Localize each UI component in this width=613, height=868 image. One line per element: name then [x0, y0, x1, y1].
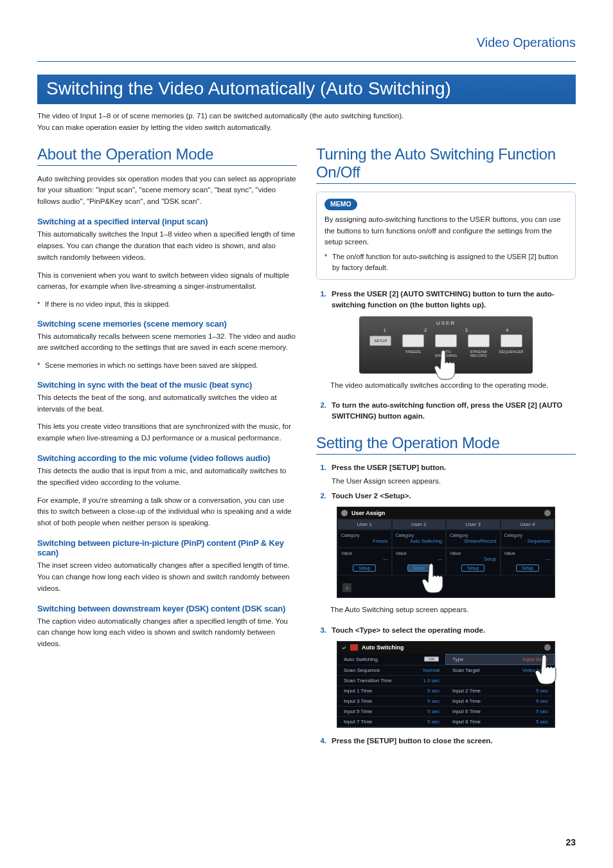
scene-memory-p1: This automatically recalls between scene…: [37, 331, 297, 354]
close-icon[interactable]: [544, 510, 551, 516]
setting-cell[interactable]: Input 8 Time5 sec: [446, 717, 555, 727]
step-text: Press the USER [2] (AUTO SWITCHING) butt…: [332, 290, 555, 309]
onoff-caption: The video automatically switches accordi…: [330, 380, 576, 391]
category-value: Sequencer: [504, 538, 551, 544]
setting-cell[interactable]: Scan Transition Time1.0 sec: [337, 676, 446, 685]
value-label: Value: [341, 551, 388, 556]
memo-text: By assigning auto-switching functions to…: [324, 214, 567, 248]
value-value: Setup: [450, 556, 497, 562]
value-label: Value: [450, 551, 497, 556]
step-number: 1.: [316, 289, 326, 311]
intro-text: The video of Input 1–8 or of scene memor…: [37, 111, 576, 134]
close-icon[interactable]: [544, 644, 551, 651]
user-num-2: 2: [413, 327, 438, 333]
input-scan-note: If there is no video input, this is skip…: [37, 299, 297, 310]
gear-icon: [341, 510, 348, 516]
about-mode-heading: About the Operation Mode: [37, 145, 297, 166]
user-assign-caption: The Auto Switching setup screen appears.: [330, 604, 576, 615]
auto-switching-icon: [350, 644, 358, 651]
dsk-p1: The caption video automatically changes …: [37, 616, 297, 650]
user-btn-label-3: STREAM/ RECORD: [466, 350, 492, 358]
user-button-2[interactable]: [435, 334, 457, 347]
beat-sync-p1: This detects the beat of the song, and a…: [37, 392, 297, 415]
category-value: Auto Switching: [396, 538, 443, 544]
user-btn-label-1: FREEZE: [400, 350, 426, 358]
vfa-heading: Switching according to the mic volume (v…: [37, 453, 297, 463]
step-text: To turn the auto-switching function off,…: [332, 401, 562, 420]
memo-box: MEMO By assigning auto-switching functio…: [316, 192, 576, 280]
step-text: Touch User 2 <Setup>.: [332, 492, 411, 500]
user-buttons-figure: USER 1 2 3 4 SETUP FREEZE AUTO: [316, 316, 576, 374]
user-assign-screenshot: User Assign User 1 User 2 User 3 User 4 …: [316, 507, 576, 598]
input-scan-heading: Switching at a specified interval (input…: [37, 217, 297, 226]
home-icon[interactable]: ⌂: [342, 583, 351, 592]
onoff-step-2: 2. To turn the auto-switching function o…: [316, 400, 576, 422]
category-value: Freeze: [341, 538, 388, 544]
step-number: 3.: [316, 625, 326, 636]
back-icon[interactable]: ⤶: [341, 644, 346, 651]
value-label: Value: [504, 551, 551, 556]
tab-user-3[interactable]: User 3: [446, 519, 501, 530]
category-label: Category: [396, 533, 443, 538]
tab-user-2[interactable]: User 2: [392, 519, 447, 530]
setmode-step-1: 1. Press the USER [SETUP] button. The Us…: [316, 462, 576, 487]
scene-memory-heading: Switching scene memories (scene memory s…: [37, 319, 297, 329]
setting-cell[interactable]: Input 1 Time5 sec: [337, 686, 446, 696]
setup-link-button[interactable]: Setup: [461, 565, 484, 572]
user-num-1: 1: [372, 327, 398, 333]
setmode-step-3: 3. Touch <Type> to select the operating …: [316, 625, 576, 636]
setmode-step-4: 4. Press the [SETUP] button to close the…: [316, 736, 576, 746]
step-number: 1.: [316, 462, 326, 487]
value-label: Value: [396, 551, 443, 556]
beat-sync-heading: Switching in sync with the beat of the m…: [37, 380, 297, 390]
vfa-p2: For example, if you're streaming a talk …: [37, 495, 297, 529]
setup-link-button[interactable]: Setup: [353, 565, 376, 572]
user-button-4[interactable]: [501, 334, 522, 347]
dsk-heading: Switching between downstream keyer (DSK)…: [37, 604, 297, 613]
step-number: 2.: [316, 491, 326, 502]
onoff-heading: Turning the Auto Switching Function On/O…: [316, 145, 576, 184]
step-text: Press the USER [SETUP] button.: [332, 464, 446, 471]
page-title: Switching the Video Automatically (Auto …: [37, 75, 576, 104]
category-value: Stream/Record: [450, 538, 497, 544]
step-text: Touch <Type> to select the operating mod…: [332, 626, 485, 634]
header-rule: [37, 61, 576, 62]
setting-cell[interactable]: Input 5 Time5 sec: [337, 707, 446, 716]
setting-cell[interactable]: Input 7 Time5 sec: [337, 717, 446, 727]
value-value: —: [341, 556, 388, 562]
user-btn-label-4: SEQUENCER: [499, 350, 524, 358]
setting-cell[interactable]: Auto SwitchingON: [337, 654, 445, 665]
value-value: —: [504, 556, 551, 562]
step-number: 4.: [316, 736, 326, 746]
hand-pointer-icon: [420, 562, 448, 598]
about-mode-intro: Auto switching provides six operation mo…: [37, 174, 297, 208]
user-button-3[interactable]: [468, 334, 490, 347]
step-number: 2.: [316, 400, 326, 422]
category-label: Category: [450, 533, 497, 538]
right-column: Turning the Auto Switching Function On/O…: [316, 145, 576, 750]
onoff-step-1: 1. Press the USER [2] (AUTO SWITCHING) b…: [316, 289, 576, 311]
pinp-p1: The inset screen video automatically cha…: [37, 560, 297, 594]
hand-pointer-icon: [533, 653, 561, 689]
page-section-header: Video Operations: [37, 35, 576, 54]
setting-cell[interactable]: Input 3 Time5 sec: [337, 696, 446, 706]
page-number: 23: [565, 837, 576, 847]
setting-cell[interactable]: Input 6 Time5 sec: [446, 707, 555, 716]
intro-line-1: The video of Input 1–8 or of scene memor…: [37, 111, 576, 122]
beat-sync-p2: This lets you create video transitions t…: [37, 421, 297, 444]
setup-link-button[interactable]: Setup: [516, 565, 539, 572]
input-scan-p1: This automatically switches the Input 1–…: [37, 229, 297, 263]
value-value: —: [396, 556, 443, 562]
screen-title: Auto Switching: [362, 644, 404, 651]
setting-cell[interactable]: Input 4 Time5 sec: [446, 696, 555, 706]
user-button-1[interactable]: [402, 334, 424, 347]
intro-line-2: You can make operation easier by letting…: [37, 122, 576, 134]
tab-user-1[interactable]: User 1: [337, 519, 392, 530]
setting-cell[interactable]: Scan SequenceNormal: [337, 665, 446, 675]
hand-pointer-icon: [432, 348, 458, 381]
category-label: Category: [341, 533, 388, 538]
setup-button[interactable]: SETUP: [369, 336, 391, 346]
setting-mode-heading: Setting the Operation Mode: [316, 434, 576, 455]
tab-user-4[interactable]: User 4: [501, 519, 555, 530]
user-num-4: 4: [494, 327, 520, 333]
